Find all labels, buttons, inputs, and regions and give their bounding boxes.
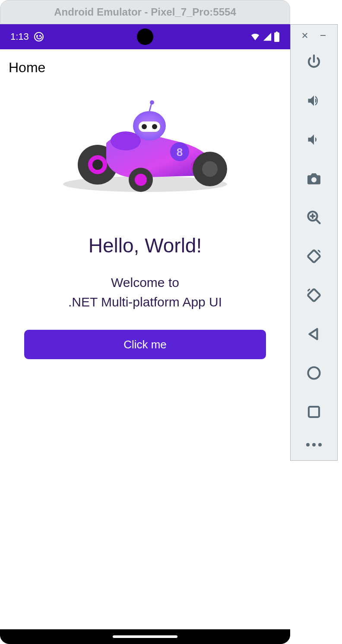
click-me-button[interactable]: Click me: [24, 330, 266, 359]
minimize-button[interactable]: [319, 32, 327, 39]
more-button[interactable]: [306, 437, 322, 453]
svg-rect-20: [307, 250, 320, 263]
svg-point-3: [92, 159, 103, 170]
rotate-right-icon: [306, 287, 322, 303]
volume-down-button[interactable]: [306, 132, 322, 147]
volume-up-button[interactable]: [306, 93, 322, 108]
svg-text:8: 8: [177, 146, 183, 159]
power-icon: [306, 54, 322, 70]
battery-icon: [274, 32, 280, 42]
zoom-button[interactable]: [306, 210, 322, 225]
emulator-window: Android Emulator - Pixel_7_Pro:5554 1:13…: [0, 0, 290, 644]
close-button[interactable]: [301, 32, 309, 39]
android-nav-bar[interactable]: [0, 629, 290, 644]
minimize-icon: [319, 28, 327, 43]
svg-line-16: [149, 103, 152, 111]
signal-icon: [263, 32, 272, 41]
app-header: Home: [0, 49, 290, 83]
status-right: [250, 32, 280, 42]
back-triangle-icon: [306, 326, 322, 342]
more-icon: [306, 443, 310, 446]
svg-point-14: [142, 124, 147, 129]
phone-screen: 1:13 Home: [0, 24, 290, 629]
nav-pill[interactable]: [113, 635, 177, 638]
rotate-left-icon: [306, 249, 322, 264]
svg-rect-21: [307, 289, 320, 302]
volume-up-icon: [306, 93, 322, 108]
volume-down-icon: [306, 132, 322, 147]
svg-point-9: [202, 161, 218, 177]
notification-icon: [34, 32, 44, 41]
back-button[interactable]: [306, 326, 322, 342]
welcome-text: Welcome to .NET Multi-platform App UI: [68, 273, 222, 312]
power-button[interactable]: [306, 54, 322, 70]
status-left: 1:13: [10, 31, 44, 42]
welcome-line-2: .NET Multi-platform App UI: [68, 295, 222, 309]
svg-point-18: [111, 131, 141, 150]
bot-racecar-image: 8: [54, 100, 236, 195]
app-content: 8: [0, 83, 290, 368]
welcome-line-1: Welcome to: [111, 275, 179, 290]
camera-hole: [137, 29, 153, 45]
camera-icon: [306, 171, 322, 186]
close-icon: [301, 28, 309, 43]
screenshot-button[interactable]: [306, 171, 322, 186]
svg-point-17: [150, 100, 154, 105]
zoom-in-icon: [306, 210, 322, 225]
home-circle-icon: [306, 365, 322, 381]
phone-frame: 1:13 Home: [0, 24, 290, 644]
svg-point-22: [308, 367, 320, 379]
svg-point-11: [135, 174, 147, 186]
overview-square-icon: [306, 404, 322, 420]
hello-heading: Hello, World!: [89, 234, 202, 257]
android-status-bar[interactable]: 1:13: [0, 24, 290, 49]
wifi-icon: [250, 32, 261, 41]
rotate-left-button[interactable]: [306, 249, 322, 264]
home-button[interactable]: [306, 365, 322, 381]
overview-button[interactable]: [306, 404, 322, 420]
svg-rect-23: [309, 407, 319, 417]
rotate-right-button[interactable]: [306, 287, 322, 303]
window-title: Android Emulator - Pixel_7_Pro:5554: [54, 6, 236, 18]
page-title: Home: [9, 60, 282, 76]
emulator-toolbar: [290, 24, 338, 461]
svg-point-15: [152, 124, 157, 129]
clock-text: 1:13: [10, 31, 29, 42]
window-title-bar[interactable]: Android Emulator - Pixel_7_Pro:5554: [0, 0, 290, 24]
